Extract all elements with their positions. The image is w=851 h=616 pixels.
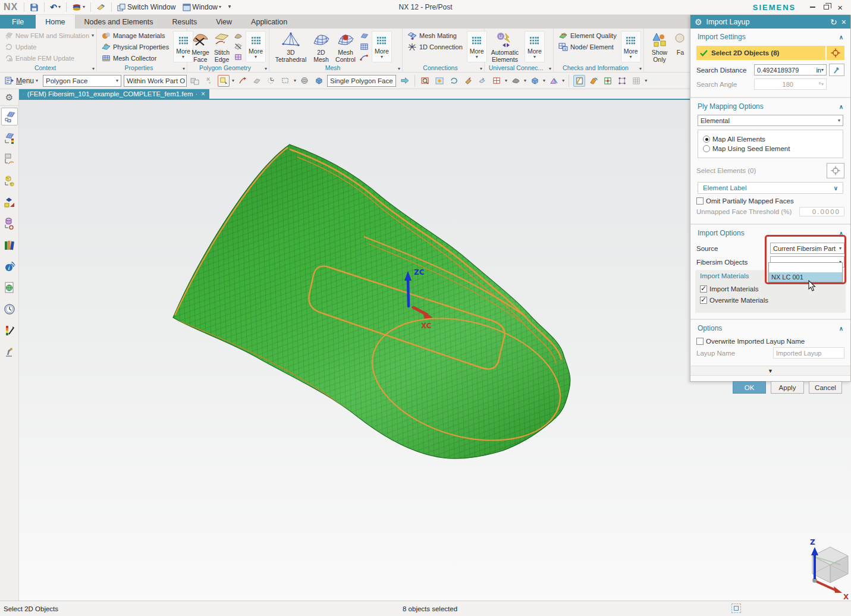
- sidebar-item-constraint-navigator[interactable]: [1, 193, 18, 211]
- wcs-dynamics-button[interactable]: [265, 75, 277, 87]
- resource-bar-options-button[interactable]: ⚙: [0, 89, 18, 106]
- rendering-style-button[interactable]: [510, 75, 522, 87]
- snap-mode-combo[interactable]: Single Polygon Face ▾: [327, 75, 396, 87]
- polygon-geometry-more-button[interactable]: More ▾: [246, 31, 266, 62]
- import-materials-checkbox[interactable]: [700, 285, 707, 293]
- tab-results[interactable]: Results: [163, 15, 207, 29]
- sidebar-item-assembly-navigator[interactable]: [1, 172, 18, 190]
- select-all-button[interactable]: [189, 75, 201, 87]
- sidebar-item-machinery-tools[interactable]: [1, 343, 18, 361]
- search-distance-combo[interactable]: 0.4924189379 in ▾: [754, 64, 827, 76]
- chevron-down-icon[interactable]: ▾: [505, 78, 507, 83]
- overwrite-layup-name-checkbox[interactable]: [696, 338, 704, 345]
- edit-icon[interactable]: [196, 91, 197, 98]
- show-hide-button[interactable]: [573, 75, 585, 87]
- omit-faces-checkbox[interactable]: [696, 197, 704, 205]
- deselect-button[interactable]: [203, 75, 215, 87]
- node-element-info-button[interactable]: i Node/ Element: [557, 41, 618, 52]
- element-quality-button[interactable]: a/b Element Quality: [557, 30, 618, 41]
- element-display-button[interactable]: [630, 75, 642, 87]
- partial-button[interactable]: Fa: [673, 30, 687, 64]
- 1d-connection-button[interactable]: 1D Connection: [406, 41, 464, 52]
- radio-row[interactable]: Map All Elements: [703, 136, 838, 143]
- 2d-mesh-button[interactable]: 2D Mesh: [310, 30, 332, 64]
- rotate-view-button[interactable]: [448, 75, 460, 87]
- mesh-control-button[interactable]: Mesh Control: [333, 30, 358, 64]
- apply-filter-button[interactable]: [398, 75, 410, 87]
- map-all-elements-radio[interactable]: [703, 136, 710, 143]
- overwrite-materials-checkbox[interactable]: [700, 297, 707, 304]
- group-dialog-launcher[interactable]: ▾: [639, 66, 642, 71]
- collapse-chevron-icon[interactable]: ∧: [839, 325, 843, 332]
- update-button[interactable]: Update: [3, 41, 95, 52]
- show-only-button[interactable]: Show Only: [647, 30, 672, 64]
- automatic-elements-button[interactable]: U Automatic Elements: [488, 30, 522, 64]
- chevron-down-icon[interactable]: ▾: [645, 78, 647, 83]
- type-filter-combo[interactable]: Polygon Face ▾: [43, 75, 121, 87]
- sphere-select-button[interactable]: [299, 75, 310, 87]
- command-finder-button[interactable]: ▾: [70, 1, 87, 13]
- new-fem-simulation-button[interactable]: New FEM and Simulation ▾: [3, 30, 95, 41]
- physical-properties-button[interactable]: Physical Properties: [100, 41, 171, 52]
- import-materials-row[interactable]: Import Materials: [700, 285, 841, 293]
- merge-face-button[interactable]: Merge Face: [190, 30, 211, 64]
- plane-tool-button[interactable]: [251, 75, 263, 87]
- overwrite-layup-name-row[interactable]: Overwrite Imported Layup Name: [696, 338, 844, 345]
- section-header[interactable]: Import Settings ∧: [696, 31, 844, 44]
- zoom-window-button[interactable]: [419, 75, 431, 87]
- restore-button[interactable]: [824, 5, 829, 10]
- dialog-header[interactable]: ⚙ Import Layup ↻ ×: [690, 15, 850, 29]
- chevron-down-icon[interactable]: ▾: [294, 78, 296, 83]
- immediate-mesh-toggle[interactable]: [602, 75, 614, 87]
- sidebar-item-simulation-data-navigator[interactable]: [1, 215, 18, 232]
- mesh-collector-button[interactable]: Mesh Collector: [100, 52, 171, 64]
- polygon-repair-button[interactable]: [234, 31, 243, 41]
- chevron-down-icon[interactable]: ▾: [543, 78, 545, 83]
- tab-home[interactable]: Home: [36, 15, 74, 29]
- dependent-mesh-button[interactable]: [360, 42, 369, 52]
- group-dialog-launcher[interactable]: ▾: [398, 66, 400, 71]
- dropdown-item-blank[interactable]: [769, 263, 842, 272]
- collapse-chevron-icon[interactable]: ∧: [839, 34, 843, 40]
- mesh-mating-button[interactable]: Mesh Mating: [406, 30, 464, 41]
- undo-button[interactable]: ↶▾: [48, 1, 62, 13]
- chevron-down-icon[interactable]: ▾: [524, 78, 526, 83]
- tab-nodes-and-elements[interactable]: Nodes and Elements: [75, 15, 163, 29]
- group-dialog-launcher[interactable]: ▾: [183, 66, 185, 71]
- sheet-mesh-button[interactable]: [360, 31, 369, 41]
- group-dialog-launcher[interactable]: ▾: [265, 66, 267, 71]
- polygon-cleanup-button[interactable]: [234, 42, 243, 52]
- sidebar-item-touch-explorer[interactable]: i: [1, 257, 18, 275]
- window-menu-button[interactable]: Window ▾: [181, 1, 223, 13]
- select-2d-objects-button[interactable]: Select 2D Objects (8): [696, 46, 825, 60]
- composite-part-mesh[interactable]: [173, 144, 574, 461]
- source-combo[interactable]: Current Fibersim Part ▾: [770, 243, 844, 254]
- point-constructor-button[interactable]: [237, 75, 249, 87]
- overwrite-materials-row[interactable]: Overwrite Materials: [700, 297, 841, 304]
- group-dialog-launcher[interactable]: ▾: [480, 66, 482, 71]
- 3d-tetrahedral-button[interactable]: 3D Tetrahedral: [272, 30, 309, 64]
- fit-view-button[interactable]: [434, 75, 445, 87]
- apply-button[interactable]: Apply: [771, 381, 804, 394]
- customize-qat-button[interactable]: ▾: [227, 1, 233, 13]
- snap-point-toggle[interactable]: [218, 75, 230, 87]
- section-header[interactable]: Ply Mapping Options ∧: [696, 100, 844, 114]
- collapse-chevron-icon[interactable]: ∧: [839, 103, 843, 110]
- checks-more-button[interactable]: More ▾: [621, 31, 641, 62]
- switch-window-button[interactable]: Switch Window: [115, 1, 177, 13]
- polish-facet-button[interactable]: [462, 75, 474, 87]
- sidebar-item-history[interactable]: [1, 300, 18, 318]
- sidebar-item-web-browser[interactable]: [1, 279, 18, 297]
- tab-application[interactable]: Application: [241, 15, 297, 29]
- selection-scope-combo[interactable]: Within Work Part O ▾: [124, 75, 187, 87]
- section-header[interactable]: Import Options ∧: [696, 227, 844, 240]
- menu-button[interactable]: Menu ▾: [2, 76, 40, 86]
- mesh-more-button[interactable]: More ▾: [372, 31, 392, 62]
- close-button[interactable]: ×: [837, 3, 843, 12]
- node-display-button[interactable]: [616, 75, 628, 87]
- sidebar-item-visual-reports[interactable]: [1, 322, 18, 340]
- sidebar-item-simulation-navigator[interactable]: [1, 108, 18, 125]
- sidebar-item-reuse-library[interactable]: [1, 236, 18, 254]
- chevron-down-icon[interactable]: ▾: [562, 78, 564, 83]
- omit-faces-row[interactable]: Omit Partially Mapped Faces: [696, 197, 844, 205]
